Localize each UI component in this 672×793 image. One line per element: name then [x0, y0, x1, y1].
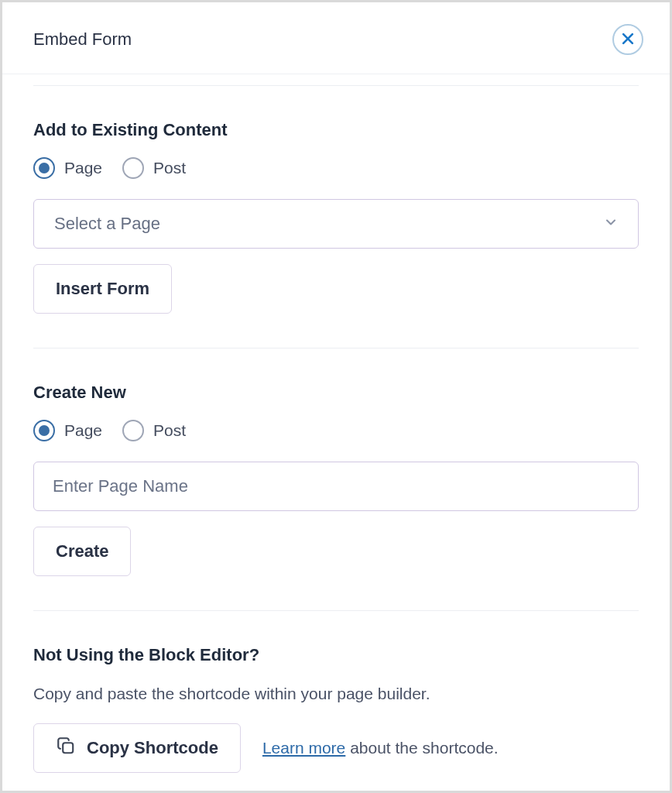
learn-more-link[interactable]: Learn more [262, 739, 345, 757]
insert-form-button[interactable]: Insert Form [33, 264, 172, 314]
shortcode-about: Learn more about the shortcode. [262, 739, 499, 757]
radio-page[interactable] [33, 157, 55, 179]
copy-shortcode-label: Copy Shortcode [87, 738, 218, 758]
radio-page-label: Page [64, 159, 102, 177]
shortcode-section: Not Using the Block Editor? Copy and pas… [33, 611, 639, 788]
shortcode-description: Copy and paste the shortcode within your… [33, 682, 639, 705]
page-select-wrap: Select a Page [33, 199, 639, 249]
page-select[interactable]: Select a Page [33, 199, 639, 249]
create-new-section: Create New Page Post Create [33, 348, 639, 611]
insert-form-label: Insert Form [56, 279, 149, 299]
embed-form-modal: Embed Form Add to Existing Content Page … [2, 2, 670, 791]
shortcode-heading: Not Using the Block Editor? [33, 645, 639, 665]
create-new-radio-group: Page Post [33, 420, 639, 441]
modal-title: Embed Form [33, 29, 132, 50]
shortcode-row: Copy Shortcode Learn more about the shor… [33, 723, 639, 773]
add-existing-radio-group: Page Post [33, 157, 639, 179]
radio-post-new-label: Post [153, 421, 186, 440]
copy-icon [56, 736, 76, 760]
radio-post-new[interactable] [122, 420, 144, 441]
add-existing-section: Add to Existing Content Page Post Select… [33, 86, 639, 348]
copy-shortcode-button[interactable]: Copy Shortcode [33, 723, 241, 773]
close-icon [620, 31, 636, 49]
close-button[interactable] [612, 24, 643, 55]
radio-page-new[interactable] [33, 420, 55, 441]
radio-post-label: Post [153, 159, 186, 177]
create-button[interactable]: Create [33, 527, 131, 576]
add-existing-heading: Add to Existing Content [33, 120, 639, 140]
radio-page-new-label: Page [64, 421, 102, 440]
about-suffix: about the shortcode. [345, 739, 498, 757]
page-select-placeholder: Select a Page [54, 214, 160, 234]
radio-post[interactable] [122, 157, 144, 179]
svg-rect-2 [63, 743, 73, 754]
create-new-heading: Create New [33, 383, 639, 403]
page-name-input[interactable] [33, 462, 639, 511]
modal-body: Add to Existing Content Page Post Select… [2, 85, 670, 788]
create-button-label: Create [56, 541, 108, 561]
modal-header: Embed Form [2, 2, 670, 74]
